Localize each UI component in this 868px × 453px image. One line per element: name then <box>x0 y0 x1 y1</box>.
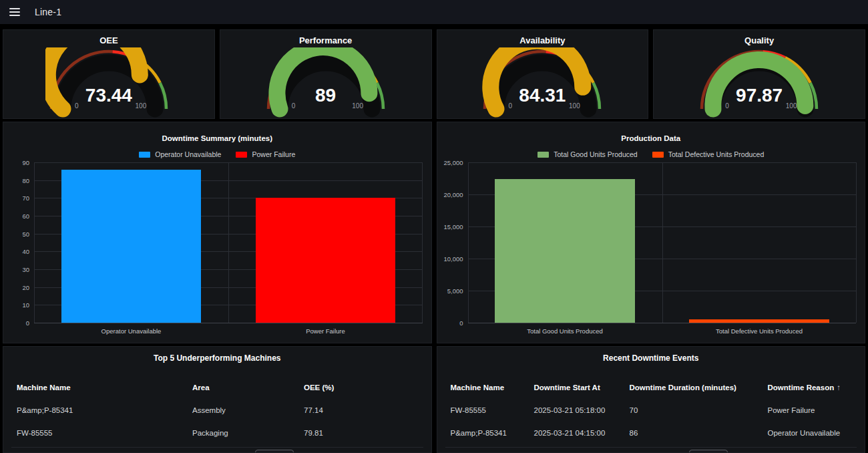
gridline <box>468 323 857 323</box>
gauge-max-label: 100 <box>564 102 584 110</box>
column-header-sorted[interactable]: Downtime Reason↑ <box>768 384 852 392</box>
cell-downtime-start: 2025-03-21 04:15:00 <box>534 429 630 437</box>
chart-panel-downtime-summary: Downtime Summary (minutes) Operator Unav… <box>3 122 432 343</box>
y-axis-tick-label: 20 <box>22 283 29 291</box>
cell-machine-name: FW-85555 <box>451 406 534 414</box>
gauge: 97.87 0 100 <box>696 47 823 118</box>
y-axis-tick-label: 0 <box>459 319 463 327</box>
column-header[interactable]: OEE (%) <box>304 384 418 392</box>
gauge: 73.44 0 100 <box>45 47 172 118</box>
cell-downtime-reason: Power Failure <box>768 406 852 414</box>
y-axis-tick-label: 70 <box>22 194 29 202</box>
gridline-vertical <box>856 162 857 323</box>
legend-item[interactable]: Total Good Units Produced <box>537 150 638 158</box>
gauge-panel-quality: Quality 97.87 0 100 <box>653 29 865 119</box>
divider <box>445 447 857 448</box>
pagination-button[interactable] <box>255 450 294 453</box>
gridline-vertical <box>34 162 35 323</box>
legend-swatch <box>236 152 247 158</box>
table-row: Top 5 Underperforming Machines Machine N… <box>0 346 868 453</box>
gauge-max-label: 100 <box>781 102 801 110</box>
gauge: 84.31 0 100 <box>479 47 606 118</box>
gauge-max-label: 100 <box>348 102 368 110</box>
gauge: 89 0 100 <box>262 47 389 118</box>
gauge-panel-performance: Performance 89 0 100 <box>220 29 432 119</box>
bar-2[interactable] <box>689 319 829 323</box>
y-axis-tick-label: 10,000 <box>443 255 463 263</box>
bar-1[interactable] <box>495 179 635 323</box>
gridline-vertical <box>422 162 423 323</box>
cell-downtime-reason: Operator Unavailable <box>768 429 852 437</box>
divider <box>11 447 423 448</box>
y-axis-tick-label: 30 <box>22 266 29 273</box>
panel-title: Availability <box>437 35 648 47</box>
legend-item[interactable]: Total Defective Units Produced <box>652 150 765 158</box>
data-table: Machine Name Area OEE (%) P&amp;P-85341 … <box>3 376 431 444</box>
panel-title: OEE <box>3 35 214 47</box>
gauge-value: 84.31 <box>479 85 606 106</box>
cell-downtime-duration: 70 <box>630 406 768 414</box>
cell-downtime-start: 2025-03-21 05:18:00 <box>534 406 630 414</box>
y-axis-tick-label: 25,000 <box>443 159 463 166</box>
gridline-vertical <box>468 162 469 323</box>
column-header[interactable]: Downtime Duration (minutes) <box>630 384 768 392</box>
cell-oee: 79.81 <box>304 429 418 437</box>
table-row: FW-85555 2025-03-21 05:18:00 70 Power Fa… <box>437 399 865 422</box>
panel-title: Performance <box>220 35 431 47</box>
chart-legend: Total Good Units ProducedTotal Defective… <box>437 149 865 160</box>
bar-2[interactable] <box>256 198 396 323</box>
bar-1[interactable] <box>61 170 202 323</box>
column-header[interactable]: Area <box>192 384 304 392</box>
gauge-panel-oee: OEE 73.44 0 100 <box>3 29 215 119</box>
data-table: Machine Name Downtime Start At Downtime … <box>437 376 865 444</box>
legend-item[interactable]: Operator Unavailable <box>139 150 221 158</box>
cell-area: Packaging <box>192 429 304 437</box>
gauge-min-label: 0 <box>285 102 302 110</box>
column-header[interactable]: Downtime Start At <box>534 384 630 392</box>
y-axis-tick-label: 0 <box>26 319 29 327</box>
y-axis-tick-label: 40 <box>22 248 29 255</box>
y-axis-tick-label: 15,000 <box>443 223 463 231</box>
column-header[interactable]: Machine Name <box>451 384 534 392</box>
x-axis-category-label: Total Good Units Produced <box>527 327 603 335</box>
column-header[interactable]: Machine Name <box>17 384 192 392</box>
cell-downtime-duration: 86 <box>630 429 768 437</box>
legend-swatch <box>139 152 150 158</box>
gauge-arc <box>696 47 823 118</box>
panel-title: Top 5 Underperforming Machines <box>3 353 431 364</box>
legend-label: Power Failure <box>252 150 295 158</box>
top-navigation-bar: Line-1 <box>0 0 868 24</box>
gauge-value: 73.44 <box>45 85 172 106</box>
y-axis-tick-label: 50 <box>22 230 29 237</box>
panel-title: Quality <box>654 35 865 47</box>
cell-machine-name: FW-85555 <box>17 429 192 437</box>
table-header-row: Machine Name Area OEE (%) <box>3 376 431 399</box>
legend-label: Operator Unavailable <box>155 150 221 158</box>
panel-title: Production Data <box>437 134 865 144</box>
gauge-arc <box>45 47 172 118</box>
gauge-arc <box>479 47 606 118</box>
legend-label: Total Defective Units Produced <box>668 150 765 158</box>
gauge-min-label: 0 <box>501 102 519 110</box>
y-axis-tick-label: 5,000 <box>447 287 463 295</box>
dashboard-title: Line-1 <box>35 7 61 17</box>
gridline-vertical <box>228 162 229 323</box>
y-axis-tick-label: 60 <box>22 212 29 220</box>
menu-bar <box>9 15 20 16</box>
cell-machine-name: P&amp;P-85341 <box>17 406 192 414</box>
gauge-min-label: 0 <box>68 102 85 110</box>
hamburger-menu-icon[interactable] <box>7 4 23 20</box>
y-axis-tick-label: 90 <box>22 159 29 166</box>
gauge-value: 97.87 <box>696 85 823 106</box>
panel-title: Recent Downtime Events <box>437 353 865 364</box>
table-header-row: Machine Name Downtime Start At Downtime … <box>437 376 865 399</box>
column-header-label: Downtime Reason <box>768 384 835 392</box>
cell-oee: 77.14 <box>304 406 418 414</box>
table-row: P&amp;P-85341 2025-03-21 04:15:00 86 Ope… <box>437 422 865 444</box>
legend-item[interactable]: Power Failure <box>236 150 295 158</box>
x-axis-category-label: Power Failure <box>306 327 345 335</box>
menu-bar <box>9 11 20 13</box>
legend-label: Total Good Units Produced <box>554 150 638 158</box>
pagination-button[interactable] <box>689 450 728 453</box>
chart-legend: Operator UnavailablePower Failure <box>3 149 431 160</box>
